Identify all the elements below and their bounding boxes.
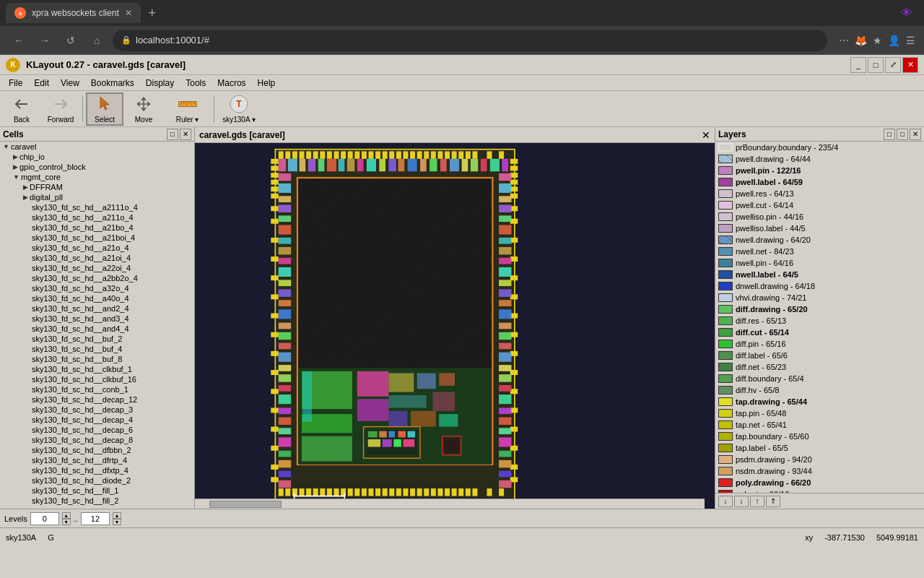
layer-item[interactable]: nwell.pin - 64/16 <box>715 257 924 269</box>
tree-item[interactable]: sky130_fd_sc_hd__a21bo_4 <box>0 223 194 233</box>
layers-btn-3[interactable]: ↑ <box>750 496 764 507</box>
layer-item[interactable]: psdm.drawing - 94/20 <box>715 454 924 465</box>
levels-max-down-btn[interactable]: ▼ <box>113 519 121 525</box>
tree-item[interactable]: sky130_fd_sc_hd__decap_6 <box>0 425 194 435</box>
menu-macros[interactable]: Macros <box>212 77 251 90</box>
ruler-tool-btn[interactable]: Ruler ▾ <box>164 92 211 126</box>
layers-list[interactable]: prBoundary.boundary - 235/4pwell.drawing… <box>715 142 924 493</box>
tree-item[interactable]: sky130_fd_sc_hd__conb_1 <box>0 384 194 394</box>
canvas-close-btn[interactable]: ✕ <box>702 129 710 141</box>
layers-panel-icon-2[interactable]: □ <box>897 129 908 140</box>
tree-item[interactable]: sky130_fd_sc_hd__and4_4 <box>0 324 194 334</box>
win-minimize-btn[interactable]: _ <box>850 57 866 73</box>
layer-item[interactable]: prBoundary.boundary - 235/4 <box>715 142 924 153</box>
menu-icon[interactable]: ☰ <box>906 35 915 46</box>
extensions-icon[interactable]: ⋯ <box>839 35 849 46</box>
cells-panel-icon-1[interactable]: □ <box>167 129 178 140</box>
canvas-hscroll[interactable] <box>195 499 705 509</box>
layer-item[interactable]: poly.drawing - 66/20 <box>715 477 924 488</box>
hscroll-thumb[interactable] <box>209 501 282 508</box>
layer-item[interactable]: nwell.label - 64/5 <box>715 269 924 280</box>
layer-item[interactable]: pwell.pin - 122/16 <box>715 165 924 176</box>
layer-item[interactable]: pwelliso.pin - 44/16 <box>715 211 924 223</box>
layer-item[interactable]: tap.net - 65/41 <box>715 419 924 431</box>
tree-item[interactable]: sky130_fd_sc_hd__a32o_4 <box>0 283 194 293</box>
tree-item[interactable]: sky130_fd_sc_hd__diode_2 <box>0 475 194 486</box>
tree-item[interactable]: sky130_fd_sc_hd__a22oi_4 <box>0 263 194 273</box>
tree-item[interactable]: ▶digital_pll <box>0 192 194 202</box>
back-nav-btn[interactable]: ← <box>9 30 29 51</box>
layer-item[interactable]: pwelliso.label - 44/5 <box>715 223 924 234</box>
layer-item[interactable]: tap.label - 65/5 <box>715 442 924 454</box>
tree-item[interactable]: sky130_fd_sc_hd__a2bb2o_4 <box>0 273 194 283</box>
tree-item[interactable]: sky130_fd_sc_hd__and3_4 <box>0 314 194 324</box>
browser-tab[interactable]: x xpra websockets client ✕ <box>6 3 141 23</box>
menu-view[interactable]: View <box>55 77 85 90</box>
tree-item[interactable]: sky130_fd_sc_hd__a211o_4 <box>0 212 194 223</box>
layer-item[interactable]: diff.boundary - 65/4 <box>715 373 924 384</box>
levels-min-up-btn[interactable]: ▲ <box>62 512 71 519</box>
layers-btn-2[interactable]: ↓ <box>734 496 749 507</box>
win-maximize-btn[interactable]: □ <box>868 57 884 73</box>
tree-item[interactable]: sky130_fd_sc_hd__a21o_4 <box>0 243 194 253</box>
tree-item[interactable]: ▼mgmt_core <box>0 172 194 182</box>
layer-item[interactable]: nsdm.drawing - 93/44 <box>715 465 924 477</box>
tree-item[interactable]: sky130_fd_sc_hd__a40o_4 <box>0 293 194 303</box>
tree-item[interactable]: sky130_fd_sc_hd__dfbbn_2 <box>0 445 194 455</box>
layer-item[interactable]: nwell.drawing - 64/20 <box>715 234 924 246</box>
layers-btn-4[interactable]: ⇑ <box>766 496 780 507</box>
forward-nav-btn[interactable]: → <box>35 30 55 51</box>
menu-tools[interactable]: Tools <box>180 77 212 90</box>
move-tool-btn[interactable]: Move <box>125 92 162 126</box>
tree-item[interactable]: sky130_fd_sc_hd__clkbuf_16 <box>0 374 194 384</box>
layer-item[interactable]: nwell.net - 84/23 <box>715 246 924 257</box>
tree-item[interactable]: sky130_fd_sc_hd__buf_8 <box>0 354 194 364</box>
layer-item[interactable]: tap.boundary - 65/60 <box>715 431 924 442</box>
home-nav-btn[interactable]: ⌂ <box>87 30 107 51</box>
tree-item[interactable]: ▼caravel <box>0 142 194 152</box>
tree-item[interactable]: sky130_fd_sc_hd__decap_4 <box>0 415 194 425</box>
menu-file[interactable]: File <box>3 77 28 90</box>
tree-item[interactable]: sky130_fd_sc_hd__buf_4 <box>0 344 194 354</box>
tree-item[interactable]: sky130_fd_sc_hd__and2_4 <box>0 303 194 314</box>
win-close-btn[interactable]: ✕ <box>902 57 918 73</box>
refresh-nav-btn[interactable]: ↺ <box>61 30 81 51</box>
select-tool-btn[interactable]: Select <box>86 92 123 126</box>
layer-item[interactable]: diff.res - 65/13 <box>715 315 924 327</box>
layer-item[interactable]: vhvi.drawing - 74/21 <box>715 292 924 303</box>
pocket-icon[interactable]: 🦊 <box>855 35 867 46</box>
levels-min-input[interactable] <box>30 512 59 525</box>
cells-panel-icon-2[interactable]: ✕ <box>180 129 191 140</box>
tree-item[interactable]: sky130_fd_sc_hd__buf_2 <box>0 334 194 344</box>
levels-max-up-btn[interactable]: ▲ <box>113 512 121 519</box>
menu-edit[interactable]: Edit <box>28 77 55 90</box>
layer-item[interactable]: tap.pin - 65/48 <box>715 407 924 419</box>
layers-btn-1[interactable]: ↓ <box>718 496 733 507</box>
back-tool-btn[interactable]: Back <box>3 92 40 126</box>
layers-panel-icon-3[interactable]: ✕ <box>910 129 921 140</box>
tree-item[interactable]: sky130_fd_sc_hd__fill_1 <box>0 486 194 496</box>
layer-item[interactable]: diff.pin - 65/16 <box>715 338 924 350</box>
canvas-viewport[interactable]: 1000 µm <box>195 143 715 509</box>
layer-item[interactable]: tap.drawing - 65/44 <box>715 396 924 407</box>
tree-item[interactable]: sky130_fd_sc_hd__decap_3 <box>0 405 194 415</box>
layer-item[interactable]: diff.cut - 65/14 <box>715 327 924 338</box>
levels-max-input[interactable] <box>81 512 110 525</box>
account-icon[interactable]: 👤 <box>888 35 900 46</box>
layer-item[interactable]: diff.hv - 65/8 <box>715 384 924 396</box>
layer-item[interactable]: diff.drawing - 65/20 <box>715 303 924 315</box>
forward-tool-btn[interactable]: Forward <box>42 92 79 126</box>
tab-close-btn[interactable]: ✕ <box>125 8 132 18</box>
tree-item[interactable]: sky130_fd_sc_hd__a2111o_4 <box>0 202 194 212</box>
browser-extension-icon[interactable]: 👁 <box>901 7 912 20</box>
address-input[interactable]: 🔒 localhost:10001/# <box>113 30 827 51</box>
new-tab-btn[interactable]: + <box>144 4 161 22</box>
bookmark-icon[interactable]: ★ <box>873 35 882 46</box>
tree-item[interactable]: sky130_fd_sc_hd__clkbuf_1 <box>0 364 194 374</box>
tree-item[interactable]: sky130_fd_sc_hd__a21boi_4 <box>0 233 194 243</box>
menu-bookmarks[interactable]: Bookmarks <box>85 77 140 90</box>
layer-item[interactable]: diff.label - 65/6 <box>715 350 924 361</box>
levels-min-down-btn[interactable]: ▼ <box>62 519 71 525</box>
tree-item[interactable]: ▶DFFRAM <box>0 182 194 192</box>
layers-panel-icon-1[interactable]: □ <box>884 129 895 140</box>
